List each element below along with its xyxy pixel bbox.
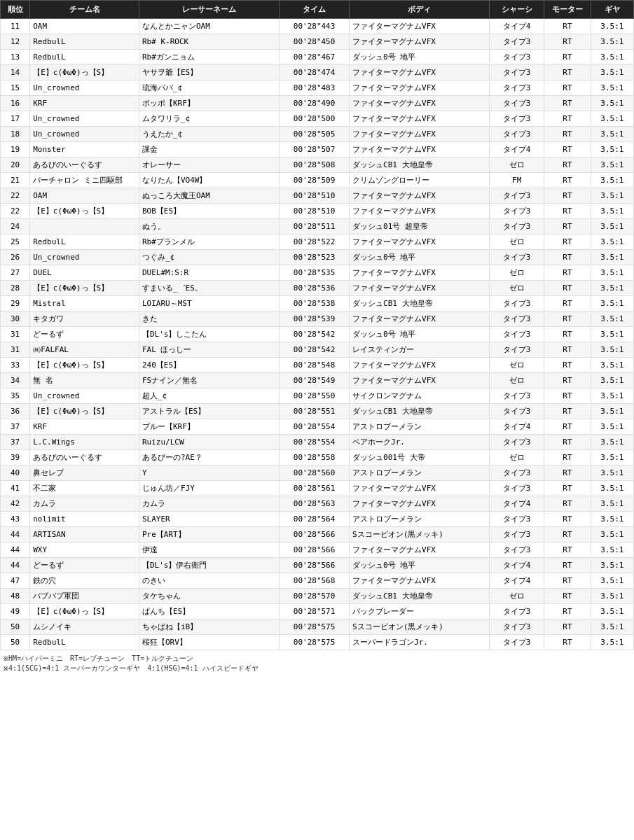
table-row: 33【E】c(ΦωΦ)っ【S】240【ES】00'28"548ファイターマグナム… [1,358,634,373]
footer-notes: ※HM=ハイパーミニ RT=レブチューン TT=トルクチューン ※4:1(SCG… [0,650,634,677]
table-row: 50ムシノイキちゃばね【iB】00'28"575Sスコーピオン(黒メッキ)タイプ… [1,620,634,635]
table-row: 31㈱FALFALFAL ほっしー00'28"542レイスティンガータイプ3RT… [1,342,634,358]
table-row: 49【E】c(ΦωΦ)っ【S】ぱんち【ES】00'28"571バックブレーダータ… [1,604,634,620]
table-row: 19Monster課金00'28"507ファイターマグナムVFXタイプ4RT3.… [1,142,634,158]
table-row: 44どーるず【DL's】伊右衛門00'28"566ダッシュ0号 地平タイプ4RT… [1,558,634,573]
results-table: 順位 チーム名 レーサーネーム タイム ボディ シャーシ モーター ギヤ 11O… [0,0,634,650]
table-row: 44ARTISANPre【ART】00'28"566Sスコーピオン(黒メッキ)タ… [1,527,634,542]
header-team: チーム名 [30,1,139,19]
table-row: 41不二家じゅん坊／FJY00'28"561ファイターマグナムVFXタイプ3RT… [1,481,634,496]
header-racer: レーサーネーム [139,1,279,19]
footnote-line2: ※4:1(SCG)=4:1 スーパーカウンターギヤ 4:1(HSG)=4:1 ハ… [3,664,631,673]
table-row: 13RedbulLRb#ガンニョム00'28"467ダッシュ0号 地平タイプ3R… [1,50,634,65]
header-motor: モーター [544,1,591,19]
table-row: 26Un_crownedつぐみ_¢00'28"523ダッシュ0号 地平タイプ3R… [1,250,634,265]
table-row: 43nolimitSLAYER00'28"564アストロブーメランタイプ3RT3… [1,512,634,527]
table-row: 17Un_crownedムタワリラ_¢00'28"500ファイターマグナムVFX… [1,111,634,127]
table-row: 30キタガワきた00'28"539ファイターマグナムVFXタイプ3RT3.5:1 [1,312,634,327]
table-row: 29MistralLOIARU～MST00'28"538ダッシュCB1 大地皇帝… [1,296,634,312]
table-row: 28【E】c(ΦωΦ)っ【S】すまいる_゛ES。00'28"536ファイターマグ… [1,281,634,296]
table-row: 18Un_crownedうえたか_¢00'28"505ファイターマグナムVFXタ… [1,127,634,142]
table-row: 42カムラカムラ00'28"563ファイターマグナムVFXタイプ4RT3.5:1 [1,496,634,512]
table-row: 24ぬう。00'28"511ダッシュ01号 超皇帝タイプ3RT3.5:1 [1,219,634,234]
table-row: 22OAMぬっころ大魔王OAM00'28"510ファイターマグナムVFXタイプ3… [1,188,634,204]
table-row: 14【E】c(ΦωΦ)っ【S】ヤサヲ爺【ES】00'28"474ファイターマグナ… [1,65,634,80]
table-row: 27DUELDUEL#M:S:R00'28"535ファイターマグナムVFXゼロR… [1,265,634,281]
table-row: 34無 名FSナイン／無名00'28"549ファイターマグナムVFXゼロRT3.… [1,373,634,388]
table-row: 36【E】c(ΦωΦ)っ【S】アストラル【ES】00'28"551ダッシュCB1… [1,404,634,419]
table-row: 31どーるず【DL's】しこたん00'28"542ダッシュ0号 地平タイプ3RT… [1,327,634,342]
table-row: 22【E】c(ΦωΦ)っ【S】BOB【ES】00'28"510ファイターマグナム… [1,204,634,219]
table-row: 37L.C.WingsRuizu/LCW00'28"554ベアホークJr.タイプ… [1,435,634,450]
table-row: 16KRFポッポ【KRF】00'28"490ファイターマグナムVFXタイプ3RT… [1,96,634,111]
header-body: ボディ [350,1,490,19]
table-row: 11OAMなんとかニャンOAM00'28"443ファイターマグナムVFXタイプ4… [1,19,634,34]
table-row: 50RedbulL桜狂【ORV】00'28"575スーパードラゴンJr.タイプ3… [1,635,634,650]
table-row: 25RedbulLRb#プランメル00'28"522ファイターマグナムVFXゼロ… [1,234,634,250]
table-row: 12RedbulLRb# K-ROCK00'28"450ファイターマグナムVFX… [1,34,634,50]
header-gear: ギヤ [591,1,633,19]
table-row: 47鉄の穴のきい00'28"568ファイターマグナムVFXタイプ4RT3.5:1 [1,573,634,589]
table-row: 39あるびのいーぐるすあるびーの?AE？00'28"558ダッシュ001号 大帝… [1,450,634,465]
header-rank: 順位 [1,1,30,19]
table-row: 37KRFブルー【KRF】00'28"554アストロブーメランタイプ4RT3.5… [1,419,634,435]
header-time: タイム [280,1,350,19]
table-row: 44WXY伊達00'28"566ファイターマグナムVFXタイプ3RT3.5:1 [1,542,634,558]
table-row: 40鼻セレブY00'28"560アストロブーメランタイプ3RT3.5:1 [1,465,634,481]
footnote-line1: ※HM=ハイパーミニ RT=レブチューン TT=トルクチューン [3,654,631,664]
table-row: 15Un_crowned琉海パパ_¢00'28"483ファイターマグナムVFXタ… [1,80,634,96]
table-row: 20あるびのいーぐるすオレーサー00'28"508ダッシュCB1 大地皇帝ゼロR… [1,158,634,173]
header-chassis: シャーシ [490,1,544,19]
table-row: 35Un_crowned超人_¢00'28"550サイクロンマグナムタイプ3RT… [1,388,634,404]
table-row: 48バブバブ軍団タケちゃん00'28"570ダッシュCB1 大地皇帝ゼロRT3.… [1,589,634,604]
table-row: 21バーチャロン ミニ四駆部なりたん【VO4W】00'28"509クリムゾングロ… [1,173,634,188]
